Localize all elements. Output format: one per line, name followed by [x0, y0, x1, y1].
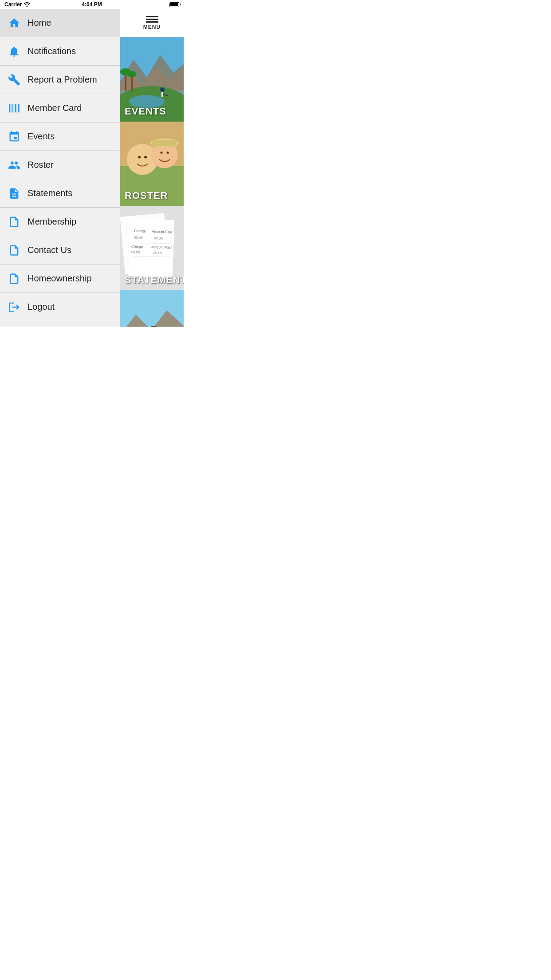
sidebar-item-home[interactable]: Home — [0, 9, 120, 37]
sidebar-item-home-label: Home — [28, 18, 51, 28]
svg-point-27 — [138, 156, 141, 158]
tile-roster-label: ROSTER — [125, 190, 168, 202]
svg-rect-0 — [9, 104, 10, 112]
sidebar-item-statements[interactable]: Statements — [0, 179, 120, 208]
tile-events-label: EVENTS — [125, 106, 166, 117]
svg-text:Amount Paid: Amount Paid — [151, 245, 172, 250]
statements-icon — [7, 186, 21, 201]
menu-button[interactable]: MENU — [143, 16, 161, 30]
svg-point-17 — [160, 87, 165, 92]
status-left: Carrier — [4, 1, 31, 8]
sidebar-item-report-problem-label: Report a Problem — [28, 75, 97, 85]
sidebar-item-notifications-label: Notifications — [28, 46, 76, 56]
svg-rect-1 — [11, 104, 11, 112]
status-right — [169, 2, 179, 7]
svg-rect-18 — [161, 92, 163, 97]
svg-text:Charge: Charge — [134, 229, 146, 233]
sidebar-item-roster-label: Roster — [28, 160, 54, 170]
hamburger-bar-1 — [146, 16, 158, 17]
sidebar-item-contact-us-label: Contact Us — [28, 245, 71, 255]
roster-icon — [7, 158, 21, 172]
sidebar: Home Notifications Report a Problem — [0, 9, 120, 327]
svg-rect-5 — [17, 104, 17, 112]
sidebar-item-membership-label: Membership — [28, 217, 76, 227]
barcode-icon — [7, 101, 21, 115]
sidebar-item-homeownership-label: Homeownership — [28, 273, 92, 284]
svg-rect-15 — [131, 75, 133, 91]
svg-text:$0.00: $0.00 — [134, 236, 143, 240]
homeownership-icon — [7, 272, 21, 286]
sidebar-item-homeownership[interactable]: Homeownership — [0, 265, 120, 293]
svg-rect-3 — [14, 104, 14, 112]
hamburger-bar-2 — [146, 19, 158, 20]
tile-roster[interactable]: ROSTER — [120, 122, 184, 206]
sidebar-item-contact-us[interactable]: Contact Us — [0, 236, 120, 265]
sidebar-item-member-card-label: Member Card — [28, 103, 82, 113]
sidebar-item-logout-label: Logout — [28, 302, 55, 312]
carrier-label: Carrier — [4, 1, 22, 8]
hamburger-bar-3 — [146, 21, 158, 23]
sidebar-item-membership[interactable]: Membership — [0, 208, 120, 236]
membership-icon — [7, 215, 21, 229]
right-panel: MENU — [120, 9, 184, 327]
svg-point-29 — [161, 152, 163, 154]
main-layout: Home Notifications Report a Problem — [0, 9, 184, 327]
sidebar-item-report-problem[interactable]: Report a Problem — [0, 66, 120, 94]
wifi-icon — [24, 1, 31, 8]
tile-statements-label: STATEMENTS — [125, 274, 184, 286]
calendar-icon — [7, 130, 21, 144]
tile-statements[interactable]: Charge Amount Paid $0.00 $0.00 Charge Am… — [120, 206, 184, 290]
sidebar-item-statements-label: Statements — [28, 188, 72, 198]
logout-icon — [7, 300, 21, 314]
svg-point-28 — [144, 156, 147, 158]
sidebar-item-notifications[interactable]: Notifications — [0, 37, 120, 66]
svg-text:$0.00: $0.00 — [153, 251, 162, 255]
time-display: 4:04 PM — [82, 1, 102, 8]
svg-text:Charge: Charge — [131, 244, 143, 249]
status-bar: Carrier 4:04 PM — [0, 0, 184, 9]
sidebar-item-member-card[interactable]: Member Card — [0, 94, 120, 122]
bell-icon — [7, 44, 21, 59]
battery-icon — [169, 2, 179, 7]
tile-events[interactable]: EVENTS — [120, 37, 184, 122]
svg-text:$0.00: $0.00 — [131, 250, 141, 254]
menu-button-area: MENU — [120, 9, 184, 37]
svg-point-16 — [127, 71, 136, 77]
svg-rect-6 — [18, 104, 20, 112]
svg-rect-26 — [152, 140, 177, 146]
svg-text:$0.00: $0.00 — [154, 236, 163, 241]
home-icon — [7, 16, 21, 30]
battery-fill — [170, 3, 178, 6]
sidebar-item-events[interactable]: Events — [0, 122, 120, 151]
svg-text:Amount Paid: Amount Paid — [152, 229, 172, 234]
sidebar-item-logout[interactable]: Logout — [0, 293, 120, 321]
tile-membership[interactable]: MEMBERSHIP — [120, 290, 184, 327]
contact-icon — [7, 243, 21, 257]
svg-rect-4 — [15, 104, 16, 112]
menu-button-label: MENU — [143, 24, 161, 30]
wrench-icon — [7, 73, 21, 87]
sidebar-item-events-label: Events — [28, 131, 55, 142]
sidebar-item-roster[interactable]: Roster — [0, 151, 120, 179]
svg-rect-2 — [12, 104, 12, 112]
svg-point-30 — [167, 152, 169, 154]
